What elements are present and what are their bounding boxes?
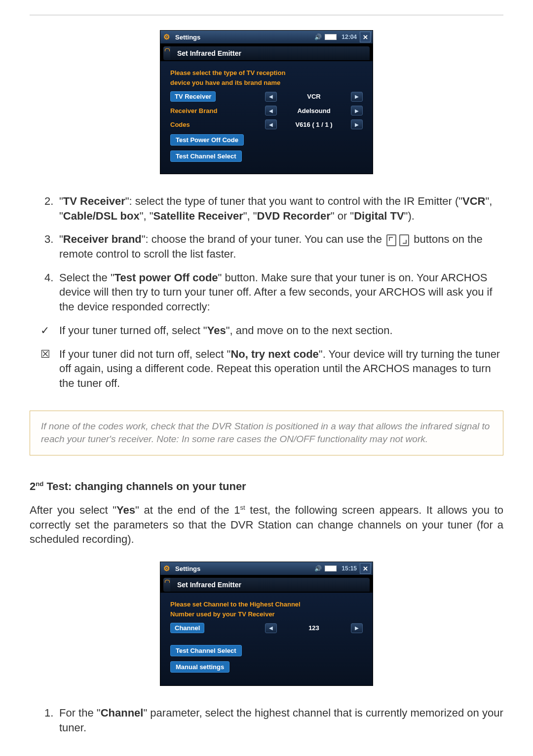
arrow-left-icon[interactable]: ◀ [265, 106, 277, 115]
value-tv-receiver: VCR [277, 93, 351, 100]
step-3: "Receiver brand": choose the brand of yo… [30, 232, 503, 261]
paragraph-2nd-test: After you select "Yes" at the end of the… [30, 503, 503, 547]
instruction-line-1: Please set Channel to the Highest Channe… [170, 600, 363, 609]
scroll-down-icon [399, 234, 409, 246]
clock: 12:04 [342, 34, 357, 40]
test-power-off-button[interactable]: Test Power Off Code [170, 134, 244, 146]
row-receiver-brand: Receiver Brand ◀ Adelsound ▶ [170, 106, 363, 115]
step-2: "TV Receiver": select the type of tuner … [30, 194, 503, 223]
value-channel: 123 [277, 624, 351, 632]
test-channel-select-button[interactable]: Test Channel Select [170, 151, 242, 162]
section-heading-2nd-test: 2nd Test: changing channels on your tune… [30, 480, 503, 493]
speaker-icon: 🔊 [314, 565, 322, 572]
value-receiver-brand: Adelsound [277, 107, 351, 114]
scroll-up-icon [386, 234, 396, 246]
note-box: If none of the codes work, check that th… [30, 411, 503, 455]
instruction-line-1: Please select the type of TV reception [170, 68, 363, 78]
battery-icon [325, 566, 337, 571]
test-channel-select-button[interactable]: Test Channel Select [170, 645, 242, 656]
arrow-right-icon[interactable]: ▶ [351, 623, 363, 633]
arrow-left-icon[interactable]: ◀ [265, 92, 277, 102]
header-divider [30, 15, 503, 15]
gear-icon: ⚙ [163, 33, 172, 41]
manual-settings-button[interactable]: Manual settings [170, 661, 229, 673]
clock: 15:15 [342, 565, 357, 572]
speaker-icon: 🔊 [314, 34, 322, 40]
label-receiver-brand[interactable]: Receiver Brand [170, 107, 234, 114]
row-channel: Channel ◀ 123 ▶ [170, 623, 363, 633]
tab-set-infrared-emitter: Set Infrared Emitter [170, 46, 370, 60]
arrow-left-icon[interactable]: ◀ [265, 119, 277, 129]
label-channel[interactable]: Channel [170, 623, 204, 633]
battery-icon [325, 34, 337, 40]
row-tv-receiver: TV Receiver ◀ VCR ▶ [170, 91, 363, 102]
crossmark-icon: ☒ [40, 347, 50, 362]
arrow-right-icon[interactable]: ▶ [351, 119, 363, 129]
instruction-line-2: device you have and its brand name [170, 78, 363, 88]
window-titlebar: ⚙ Settings 🔊 15:15 ✕ [160, 562, 373, 575]
close-icon[interactable]: ✕ [360, 32, 371, 42]
result-success: ✓ If your tuner turned off, select "Yes"… [30, 323, 503, 338]
steps-list-second-test: For the "Channel" parameter, select the … [30, 706, 503, 735]
row-codes: Codes ◀ V616 ( 1 / 1 ) ▶ [170, 119, 363, 129]
window-titlebar: ⚙ Settings 🔊 12:04 ✕ [160, 31, 373, 43]
arrow-right-icon[interactable]: ▶ [351, 92, 363, 102]
tab-set-infrared-emitter: Set Infrared Emitter [170, 578, 370, 592]
close-icon[interactable]: ✕ [360, 563, 371, 574]
gear-icon: ⚙ [163, 564, 172, 573]
arrow-left-icon[interactable]: ◀ [265, 623, 277, 633]
label-codes[interactable]: Codes [170, 121, 234, 128]
tab-handle-icon [163, 46, 170, 60]
step-4: Select the "Test power Off code" button.… [30, 270, 503, 314]
screenshot-ir-emitter-1: ⚙ Settings 🔊 12:04 ✕ Set Infrared Emitte… [160, 30, 373, 174]
tab-handle-icon [163, 578, 170, 592]
window-title: Settings [175, 34, 200, 41]
screenshot-ir-emitter-2: ⚙ Settings 🔊 15:15 ✕ Set Infrared Emitte… [160, 562, 373, 686]
instruction-line-2: Number used by your TV Receiver [170, 609, 363, 619]
step-1: For the "Channel" parameter, select the … [30, 706, 503, 735]
value-codes: V616 ( 1 / 1 ) [277, 121, 351, 128]
window-title: Settings [175, 565, 200, 572]
steps-list-first-test: "TV Receiver": select the type of tuner … [30, 194, 503, 314]
result-failure: ☒ If your tuner did not turn off, select… [30, 347, 503, 391]
checkmark-icon: ✓ [40, 323, 49, 338]
arrow-right-icon[interactable]: ▶ [351, 106, 363, 115]
label-tv-receiver[interactable]: TV Receiver [170, 91, 216, 102]
